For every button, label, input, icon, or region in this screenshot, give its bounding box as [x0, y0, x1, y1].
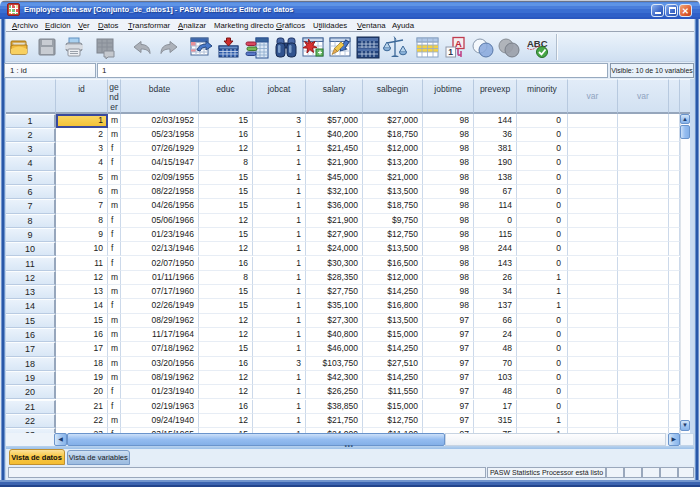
svg-text:1: 1: [448, 47, 453, 57]
svg-text:A: A: [455, 38, 462, 49]
